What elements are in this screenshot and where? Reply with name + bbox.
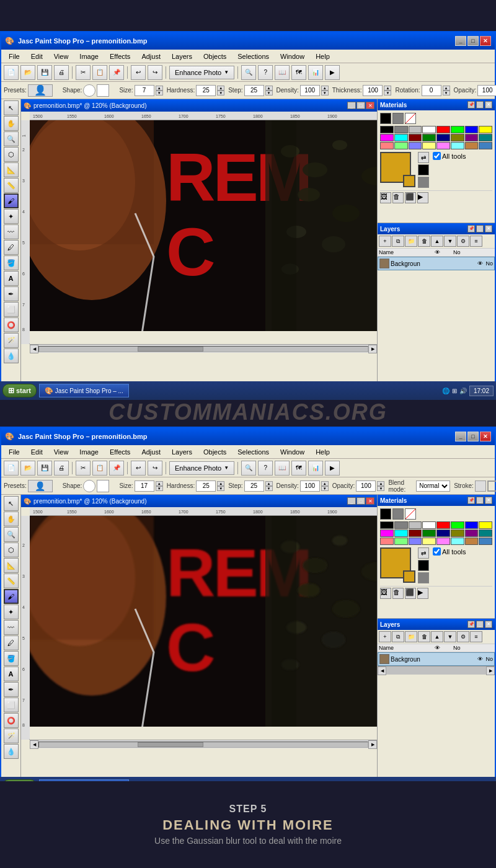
- histogram-button[interactable]: 📊: [308, 65, 323, 80]
- bot-cut-button[interactable]: ✂: [76, 461, 91, 476]
- layer-visibility-icon[interactable]: 👁: [476, 259, 484, 268]
- bot-shape-circle[interactable]: [83, 480, 95, 492]
- menu-view[interactable]: View: [49, 51, 74, 61]
- bot-help-button[interactable]: ?: [258, 461, 273, 476]
- bot-tool-pan[interactable]: ✋: [4, 512, 19, 526]
- layer-down[interactable]: ▼: [444, 236, 456, 247]
- bot-tool-paint[interactable]: 🖊: [4, 636, 19, 650]
- bottom-close-button[interactable]: ✕: [480, 432, 491, 441]
- bot-swatch-ltred[interactable]: [380, 538, 394, 545]
- bot-shape-square[interactable]: [97, 480, 109, 492]
- redo-button[interactable]: ↪: [148, 65, 162, 80]
- inner-minimize[interactable]: _: [347, 102, 356, 109]
- bot-scroll-track-h[interactable]: [38, 742, 368, 748]
- bot-swatch-cyan[interactable]: [394, 529, 408, 537]
- bot-menu-image[interactable]: Image: [74, 447, 104, 457]
- step-down[interactable]: ▼: [265, 91, 273, 95]
- size-input[interactable]: [135, 85, 154, 96]
- bot-layers-scroll-right[interactable]: ▶: [486, 666, 495, 675]
- size-up[interactable]: ▲: [156, 86, 163, 91]
- layer-duplicate[interactable]: ⧉: [392, 236, 404, 247]
- new-file-button[interactable]: 📄: [4, 65, 19, 80]
- materials-pin[interactable]: 📌: [467, 101, 475, 108]
- swatch-ltyellow[interactable]: [422, 142, 436, 149]
- undo-button[interactable]: ↩: [131, 65, 146, 80]
- start-button-top[interactable]: ⊞ start: [2, 384, 37, 397]
- script-button[interactable]: ▶: [325, 65, 340, 80]
- bot-mat-btn-1[interactable]: 🖼: [380, 588, 391, 599]
- bot-density-input[interactable]: [300, 480, 320, 492]
- menu-adjust[interactable]: Adjust: [136, 51, 166, 61]
- bot-step-down[interactable]: ▼: [265, 486, 273, 491]
- mat-btn-1[interactable]: 🖼: [380, 192, 391, 203]
- bot-layer-extra[interactable]: ≡: [470, 631, 482, 642]
- bot-stroke-swatch-2[interactable]: [487, 480, 496, 492]
- bot-size-input[interactable]: [135, 480, 154, 492]
- copy-button[interactable]: 📋: [92, 65, 107, 80]
- bot-swatch-maroon[interactable]: [409, 529, 422, 537]
- tool-vector[interactable]: ✒: [4, 286, 19, 301]
- bot-open-file-button[interactable]: 📂: [20, 461, 35, 476]
- bot-layer-duplicate[interactable]: ⧉: [392, 631, 404, 642]
- bot-layer-group[interactable]: 📁: [405, 631, 417, 642]
- bot-swatch-ltmag[interactable]: [436, 538, 450, 545]
- zoom-button[interactable]: 🔍: [241, 65, 256, 80]
- layers-minimize[interactable]: _: [476, 225, 484, 232]
- menu-help[interactable]: Help: [311, 51, 335, 61]
- swatch-gray[interactable]: [394, 126, 408, 133]
- bot-tool-deform[interactable]: ⬡: [4, 542, 19, 557]
- learning-button[interactable]: 📖: [275, 65, 290, 80]
- bot-mat-btn-3[interactable]: ⬛: [405, 588, 416, 599]
- bot-materials-pin[interactable]: 📌: [467, 497, 475, 504]
- bot-black-foreground[interactable]: [418, 560, 429, 571]
- layers-pin[interactable]: 📌: [467, 225, 475, 232]
- bot-tool-vector[interactable]: ✒: [4, 682, 19, 697]
- swatch-ltblue[interactable]: [409, 142, 422, 149]
- bot-scroll-thumb-h[interactable]: [138, 742, 203, 747]
- bot-transparent-swatch[interactable]: [405, 508, 416, 520]
- tool-select-rect[interactable]: ⬜: [4, 302, 19, 317]
- swatch-olive[interactable]: [451, 134, 464, 141]
- bot-tool-select-magic[interactable]: 🪄: [4, 728, 19, 743]
- bot-stroke-swatch[interactable]: [475, 480, 486, 492]
- cut-button[interactable]: ✂: [76, 65, 91, 80]
- bot-new-file-button[interactable]: 📄: [4, 461, 19, 476]
- bot-menu-objects[interactable]: Objects: [198, 447, 231, 457]
- bot-swatch-gray[interactable]: [394, 521, 408, 529]
- bot-swatch-magenta[interactable]: [380, 529, 394, 537]
- layer-extra[interactable]: ≡: [470, 236, 482, 247]
- bot-menu-selections[interactable]: Selections: [232, 447, 274, 457]
- swatch-ltcyan[interactable]: [451, 142, 464, 149]
- bot-swatch-teal[interactable]: [479, 529, 492, 537]
- bot-main-color-area[interactable]: [380, 547, 414, 582]
- bot-fg-color-black[interactable]: [380, 508, 391, 520]
- menu-edit[interactable]: Edit: [26, 51, 48, 61]
- bot-layer-settings[interactable]: ⚙: [457, 631, 469, 642]
- swatch-brown[interactable]: [465, 142, 479, 149]
- swatch-cyan[interactable]: [394, 134, 408, 141]
- bot-swatch-blue[interactable]: [465, 521, 479, 529]
- bot-blend-select[interactable]: Normal: [416, 480, 450, 492]
- bot-inner-close[interactable]: ✕: [366, 497, 374, 505]
- bot-opacity-input[interactable]: [356, 480, 376, 492]
- thickness-up[interactable]: ▲: [384, 86, 391, 91]
- bot-step-input[interactable]: [244, 480, 264, 492]
- bot-swatch-brown[interactable]: [465, 538, 479, 545]
- swatch-ltmag[interactable]: [436, 142, 450, 149]
- menu-objects[interactable]: Objects: [198, 51, 231, 61]
- density-down[interactable]: ▼: [321, 91, 329, 95]
- swatch-cornflower[interactable]: [479, 142, 492, 149]
- maximize-button[interactable]: □: [467, 36, 479, 46]
- bot-swatch-ltgreen[interactable]: [394, 538, 408, 545]
- menu-layers[interactable]: Layers: [167, 51, 197, 61]
- bot-script-button[interactable]: ▶: [325, 461, 340, 476]
- bot-opacity-down[interactable]: ▼: [377, 486, 384, 491]
- bot-tool-arrow[interactable]: ↖: [4, 496, 19, 511]
- tool-pan[interactable]: ✋: [4, 116, 19, 131]
- menu-image[interactable]: Image: [74, 51, 104, 61]
- swatch-red[interactable]: [436, 126, 450, 133]
- shape-square[interactable]: [97, 84, 109, 97]
- bot-swatch-ltblue[interactable]: [409, 538, 422, 545]
- bot-hardness-down[interactable]: ▼: [217, 486, 224, 491]
- bot-density-down[interactable]: ▼: [321, 486, 329, 491]
